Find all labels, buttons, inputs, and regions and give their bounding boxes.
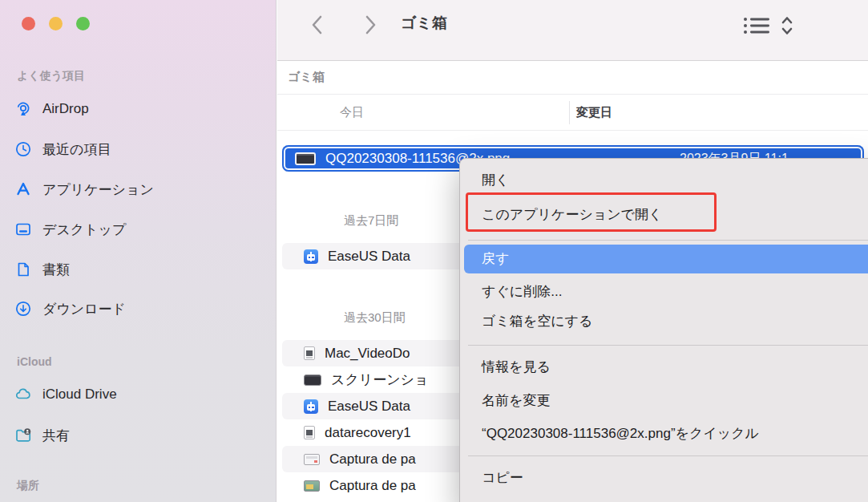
- menu-item-put-back[interactable]: 戻す: [464, 245, 868, 273]
- clock-icon: [14, 140, 32, 158]
- column-divider: [569, 101, 570, 124]
- menu-item-rename[interactable]: 名前を変更: [460, 390, 868, 412]
- sidebar-item-airdrop[interactable]: AirDrop: [14, 98, 263, 120]
- menu-item-delete-immediately[interactable]: すぐに削除...: [460, 281, 868, 303]
- sidebar-item-icloud-drive[interactable]: iCloud Drive: [14, 383, 263, 406]
- forward-button[interactable]: [359, 13, 380, 37]
- menu-item-copy[interactable]: コピー: [460, 467, 868, 489]
- sidebar-item-downloads[interactable]: ダウンロード: [14, 298, 263, 320]
- sidebar-item-label: デスクトップ: [42, 221, 126, 239]
- column-header-date[interactable]: 変更日: [576, 105, 612, 120]
- chevron-right-icon: [359, 13, 380, 37]
- chevron-left-icon: [308, 13, 329, 37]
- column-header-row: 今日 変更日: [277, 95, 868, 131]
- menu-item-quick-look[interactable]: “QQ20230308-111536@2x.png”をクイックル: [460, 423, 868, 445]
- desktop-icon: [14, 221, 32, 238]
- file-name: Captura de pa: [329, 478, 416, 494]
- back-button[interactable]: [308, 13, 329, 37]
- sidebar-item-label: ダウンロード: [42, 300, 126, 318]
- screenshot-file-icon: [304, 454, 320, 465]
- list-view-icon[interactable]: [743, 15, 770, 36]
- group-title: ゴミ箱: [288, 70, 325, 85]
- sidebar-item-label: 書類: [42, 261, 70, 279]
- screenshot-file-icon: [304, 374, 321, 386]
- download-icon: [14, 300, 32, 318]
- airdrop-icon: [14, 100, 32, 118]
- menu-item-get-info[interactable]: 情報を見る: [460, 356, 868, 379]
- menu-separator: [468, 345, 868, 346]
- menu-separator: [468, 455, 868, 456]
- menu-separator: [468, 240, 868, 241]
- sidebar-item-shared[interactable]: 共有: [14, 424, 263, 447]
- document-icon: [14, 261, 32, 278]
- sidebar-section-favorites: よく使う項目: [17, 69, 85, 83]
- sidebar-item-label: AirDrop: [42, 101, 89, 117]
- section-header-30days: 過去30日間: [344, 310, 406, 326]
- zoom-button[interactable]: [76, 17, 90, 30]
- easeus-app-icon: [304, 249, 318, 264]
- sidebar-item-label: アプリケーション: [42, 180, 154, 199]
- file-name: スクリーンショ: [331, 370, 428, 389]
- finder-window: よく使う項目 AirDrop 最近の項目 アプリケーション: [0, 0, 868, 502]
- annotation-highlight-box: [466, 192, 717, 232]
- sort-chevrons-icon[interactable]: [780, 14, 794, 37]
- file-name: datarecovery1: [325, 425, 411, 441]
- file-name: EaseUS Data: [328, 249, 410, 265]
- file-name: Captura de pa: [329, 451, 416, 468]
- sidebar-item-label: iCloud Drive: [42, 387, 117, 403]
- toolbar: ゴミ箱: [277, 0, 868, 61]
- file-name: EaseUS Data: [328, 399, 410, 415]
- sidebar-item-applications[interactable]: アプリケーション: [14, 178, 263, 200]
- sidebar: よく使う項目 AirDrop 最近の項目 アプリケーション: [0, 0, 277, 502]
- easeus-app-icon: [304, 399, 318, 414]
- appstore-icon: [14, 180, 32, 198]
- minimize-button[interactable]: [49, 17, 63, 30]
- screenshot-file-icon: [295, 152, 316, 165]
- sidebar-item-label: 共有: [42, 427, 70, 445]
- section-header-7days: 過去7日間: [344, 213, 398, 229]
- sidebar-section-locations: 場所: [17, 479, 39, 493]
- file-name: Mac_VideoDo: [325, 346, 410, 362]
- sidebar-item-recents[interactable]: 最近の項目: [14, 138, 263, 160]
- close-button[interactable]: [22, 17, 35, 30]
- image-file-icon: [304, 480, 320, 492]
- sidebar-item-documents[interactable]: 書類: [14, 258, 263, 281]
- section-header-today: 今日: [340, 105, 364, 120]
- document-file-icon: [304, 346, 315, 360]
- sidebar-item-label: 最近の項目: [42, 140, 111, 159]
- window-title: ゴミ箱: [401, 13, 447, 34]
- sidebar-section-icloud: iCloud: [17, 355, 52, 368]
- shared-folder-icon: [14, 427, 32, 444]
- cloud-icon: [14, 386, 32, 403]
- document-file-icon: [304, 426, 315, 439]
- menu-item-open[interactable]: 開く: [460, 169, 868, 192]
- sidebar-item-desktop[interactable]: デスクトップ: [14, 218, 263, 241]
- menu-item-empty-trash[interactable]: ゴミ箱を空にする: [460, 310, 868, 333]
- list-group-header: ゴミ箱: [277, 62, 868, 95]
